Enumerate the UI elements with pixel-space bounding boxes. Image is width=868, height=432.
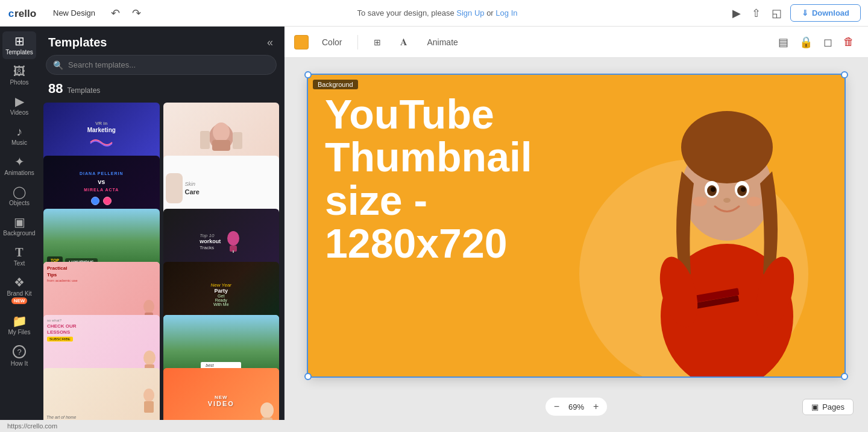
templates-icon: ⊞ [14,35,25,47]
icon-rail: ⊞ Templates 🖼 Photos ▶ Videos ♪ Music ✦ … [0,27,39,420]
panel-header: Templates « [39,27,284,55]
svg-point-10 [143,300,154,313]
toolbar-right-actions: ▤ 🔒 ◻ 🗑 [774,33,858,52]
design-name[interactable]: New Design [53,8,95,17]
sidebar-item-music[interactable]: ♪ Music [2,122,36,150]
pages-icon: ▣ [811,402,819,411]
save-message: To save your design, please Sign Up or L… [152,8,723,17]
sidebar-item-photos[interactable]: 🖼 Photos [2,62,36,89]
toolbar-separator-1 [357,35,358,49]
sidebar-item-templates[interactable]: ⊞ Templates [2,31,36,59]
sidebar-item-objects[interactable]: ◯ Objects [2,182,36,210]
zoom-controls: − 69% + [546,398,608,416]
history-controls: ↶ ↷ [105,5,145,21]
present-button[interactable]: ▶ [730,4,743,22]
text-icon: T [15,246,23,258]
bottom-bar: − 69% + ▣ Pages [285,393,868,420]
share-button[interactable]: ⇧ [749,4,763,22]
animations-icon: ✦ [14,156,25,168]
align-button[interactable]: ▤ [774,33,793,52]
svg-point-21 [681,111,773,183]
topbar-right: ▶ ⇧ ◱ ⇓ Download [730,4,861,22]
svg-rect-6 [233,132,242,149]
search-input[interactable] [46,55,277,75]
download-icon: ⇓ [802,8,808,17]
status-url: https://crello.com [7,422,57,430]
login-link[interactable]: Log In [495,8,517,17]
svg-point-3 [213,122,230,142]
download-button[interactable]: ⇓ Download [790,4,861,22]
svg-point-14 [143,389,154,402]
panel-title: Templates [48,36,107,49]
collapse-panel-button[interactable]: « [266,35,274,50]
canvas-wrapper: Background YouTubeThumbnailsize -1280x72… [308,75,844,376]
redo-button[interactable]: ↷ [128,5,145,21]
music-icon: ♪ [16,125,22,138]
signup-link[interactable]: Sign Up [456,8,484,17]
handle-bottom-left[interactable] [304,373,312,380]
search-icon: 🔍 [53,60,63,70]
pages-button[interactable]: ▣ Pages [802,399,854,415]
svg-point-30 [747,197,761,206]
template-card-manicure-at-home[interactable]: The art of home Manicure at home [43,368,160,420]
new-badge: NEW [11,297,28,304]
templates-panel: Templates « 🔍 88 Templates VR in Marketi… [39,27,285,420]
photos-icon: 🖼 [13,65,25,77]
canvas-frame[interactable]: Background YouTubeThumbnailsize -1280x72… [308,75,844,376]
undo-button[interactable]: ↶ [107,5,124,21]
duplicate-button[interactable]: ◻ [819,33,837,52]
canvas-area: Color ⊞ 𝐀 Animate ▤ 🔒 ◻ 🗑 [285,27,868,420]
svg-rect-4 [212,140,230,151]
sidebar-item-background[interactable]: ▣ Background [2,212,36,240]
brandkit-icon: ❖ [14,276,25,288]
topbar: c rello New Design ↶ ↷ To save your desi… [0,0,868,27]
sidebar-item-howit[interactable]: ? How It [2,341,36,370]
canvas-bg-label: Background [313,80,358,89]
color-label: Color [322,37,342,47]
sidebar-item-brandkit[interactable]: ❖ Brand Kit NEW [2,273,36,309]
app-logo[interactable]: c rello [7,7,43,20]
canvas-main-text[interactable]: YouTubeThumbnailsize -1280x720 [325,93,638,265]
svg-text:c: c [8,7,14,19]
animate-label: Animate [427,37,458,47]
svg-point-27 [741,187,746,192]
animate-button[interactable]: Animate [421,34,464,50]
canvas-toolbar: Color ⊞ 𝐀 Animate ▤ 🔒 ◻ 🗑 [285,27,868,58]
background-icon: ▣ [14,216,25,228]
howit-icon: ? [13,345,26,358]
canvas-viewport: Background YouTubeThumbnailsize -1280x72… [285,58,868,393]
svg-rect-5 [200,131,210,149]
color-swatch[interactable] [294,35,309,49]
resize-button[interactable]: ◱ [769,4,784,22]
svg-point-12 [143,351,156,365]
font-icon: 𝐀 [400,37,407,48]
sidebar-item-animations[interactable]: ✦ Animations [2,152,36,180]
template-card-new-video[interactable]: NEW VIDEO [163,368,280,420]
pattern-icon: ⊞ [374,37,381,47]
card-label: VR in Marketing [85,118,118,152]
templates-count: 88 Templates [39,81,284,100]
handle-top-left[interactable] [304,71,312,78]
svg-point-29 [693,197,707,206]
font-button[interactable]: 𝐀 [394,34,414,51]
svg-point-16 [260,402,274,418]
myfiles-icon: 📁 [12,315,27,327]
lock-button[interactable]: 🔒 [795,33,817,52]
handle-top-right[interactable] [841,71,848,78]
sidebar-item-videos[interactable]: ▶ Videos [2,92,36,119]
svg-rect-15 [144,401,154,413]
color-button[interactable]: Color [316,34,348,50]
sidebar-item-myfiles[interactable]: 📁 My Files [2,311,36,339]
delete-button[interactable]: 🗑 [839,33,858,51]
svg-point-26 [711,187,715,192]
templates-grid: VR in Marketing [39,100,284,420]
sidebar-item-text[interactable]: T Text [2,243,36,270]
svg-text:rello: rello [14,7,36,19]
svg-point-28 [723,198,731,203]
zoom-in-button[interactable]: + [592,400,600,413]
svg-rect-17 [262,418,272,420]
zoom-out-button[interactable]: − [553,400,561,413]
pattern-button[interactable]: ⊞ [368,34,387,50]
zoom-value: 69% [565,402,587,411]
handle-bottom-right[interactable] [841,373,848,380]
